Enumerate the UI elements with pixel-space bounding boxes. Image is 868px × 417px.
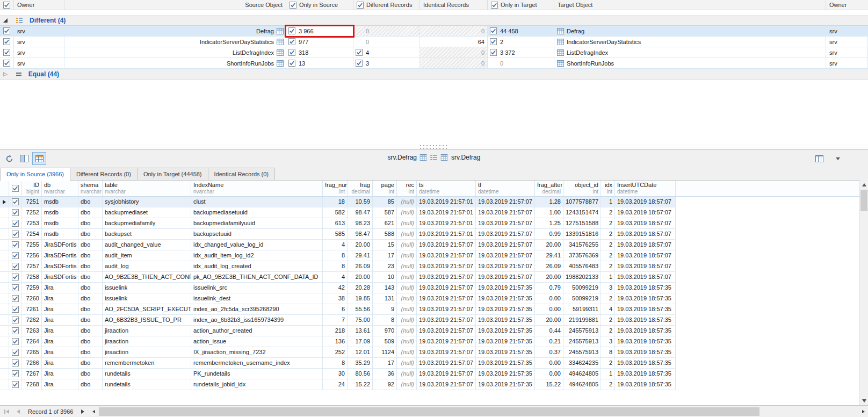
data-row[interactable]: 7257JiraSDFortisdboaudit_logidx_audit_lo…	[0, 261, 676, 272]
group-expander-icon[interactable]	[3, 18, 8, 23]
previous-record-button[interactable]	[14, 407, 23, 416]
row-checkbox[interactable]	[3, 27, 10, 34]
data-row[interactable]: 7259Jiradboissuelinkissuelink_src4220.28…	[0, 283, 676, 293]
row-checkbox[interactable]	[12, 241, 19, 248]
data-row[interactable]: 7252msdbdbobackupmediasetbackupmediasetu…	[0, 207, 676, 218]
column-header-shema[interactable]: shemanvarchar	[78, 181, 103, 196]
horizontal-scrollbar-thumb[interactable]	[99, 407, 760, 416]
column-header-page[interactable]: pageint	[373, 181, 397, 196]
comparison-row[interactable]: srvDefrag3 9660044 458Defragsrv	[0, 26, 868, 37]
only-in-source-cell-checkbox[interactable]	[288, 38, 295, 45]
data-row[interactable]: 7251msdbdbosysjobhistoryclust1810.5985(n…	[0, 197, 676, 207]
grid-view-icon[interactable]	[32, 152, 46, 165]
table-columns-icon[interactable]	[812, 152, 826, 165]
column-header-frag_num[interactable]: frag_numint	[323, 181, 348, 196]
tab-only-in-target[interactable]: Only in Target (44458)	[137, 168, 208, 181]
different-records-header-checkbox[interactable]	[357, 2, 364, 9]
owner-right-column-header[interactable]: Owner	[826, 0, 868, 10]
scroll-right-arrow[interactable]	[859, 406, 868, 417]
row-checkbox[interactable]	[12, 295, 19, 302]
different-records-column-header[interactable]: Different Records	[353, 0, 420, 10]
data-row[interactable]: 7264Jiradbojiraactionaction_issue13617.0…	[0, 336, 676, 347]
scroll-down-arrow[interactable]	[860, 396, 868, 405]
column-header-id[interactable]: IDbigint	[21, 181, 42, 196]
dropdown-arrow-icon[interactable]	[833, 152, 843, 165]
row-checkbox[interactable]	[3, 38, 10, 45]
row-checkbox[interactable]	[12, 263, 19, 270]
only-in-target-cell-checkbox[interactable]	[490, 27, 497, 34]
only-in-source-column-header[interactable]: Only in Source	[286, 0, 353, 10]
column-header-insertutcdate[interactable]: InsertUTCDatedatetime	[615, 181, 676, 196]
only-in-target-header-checkbox[interactable]	[491, 2, 498, 9]
vertical-scrollbar-thumb[interactable]	[860, 190, 867, 211]
row-checkbox[interactable]	[12, 317, 19, 323]
row-checkbox[interactable]	[12, 360, 19, 366]
data-row[interactable]: 7255JiraSDFortisdboaudit_changed_valueid…	[0, 240, 676, 250]
data-row[interactable]: 7267JiradborundetailsPK_rundetails3080.5…	[0, 369, 676, 379]
only-in-target-column-header[interactable]: Only in Target	[488, 0, 554, 10]
data-row[interactable]: 7254msdbdbobackupsetbackupsetuuid58598.4…	[0, 229, 676, 240]
select-all-checkbox[interactable]	[3, 2, 10, 9]
only-in-target-cell-checkbox[interactable]	[490, 38, 497, 45]
column-header-indexname[interactable]: IndexNamenvarchar	[191, 181, 323, 196]
row-checkbox[interactable]	[12, 370, 19, 377]
data-row[interactable]: 7262JiradboAO_6B32B3_ISSUE_TO_PRindex_ao…	[0, 315, 676, 326]
group-row-different[interactable]: Different (4)	[0, 15, 868, 26]
vertical-scrollbar[interactable]	[859, 180, 868, 405]
horizontal-splitter[interactable]	[0, 144, 868, 149]
refresh-icon[interactable]	[2, 152, 16, 165]
split-view-icon[interactable]	[17, 152, 31, 165]
only-in-source-cell-checkbox[interactable]	[288, 27, 295, 34]
column-header-idx[interactable]: idxint	[601, 181, 615, 196]
column-header-frag[interactable]: fragdecimal	[348, 181, 373, 196]
comparison-row[interactable]: srvListDefragIndex318403 372ListDefragIn…	[0, 47, 868, 58]
column-header-db[interactable]: dbnvarchar	[42, 181, 78, 196]
row-checkbox[interactable]	[3, 49, 10, 56]
row-checkbox[interactable]	[12, 338, 19, 345]
row-checkbox[interactable]	[12, 220, 19, 227]
row-checkbox[interactable]	[12, 349, 19, 356]
only-in-source-header-checkbox[interactable]	[290, 2, 296, 9]
group-expander-icon[interactable]: ▷	[3, 71, 8, 77]
row-checkbox[interactable]	[12, 209, 19, 216]
row-checkbox[interactable]	[12, 327, 19, 334]
column-header-object_id[interactable]: object_idint	[563, 181, 601, 196]
comparison-row[interactable]: srvShortInfoRunJobs13300ShortInfoRunJobs…	[0, 58, 868, 69]
row-checkbox[interactable]	[12, 252, 19, 259]
data-row[interactable]: 7260Jiradboissuelinkissuelink_dest3819.8…	[0, 293, 676, 304]
data-row[interactable]: 7263Jiradbojiraactionaction_author_creat…	[0, 326, 676, 336]
row-checkbox[interactable]	[12, 274, 19, 281]
data-row[interactable]: 7256JiraSDFortisdboaudit_itemidx_audit_i…	[0, 250, 676, 261]
owner-column-header[interactable]: Owner	[14, 0, 64, 10]
different-records-cell-checkbox[interactable]	[356, 60, 363, 67]
group-row-equal[interactable]: ▷Equal (44)	[0, 69, 868, 80]
data-row[interactable]: 7261JiradboAO_2FC5DA_SCRIPT_EXECUTIONind…	[0, 304, 676, 315]
only-in-source-cell-checkbox[interactable]	[288, 60, 295, 67]
data-row[interactable]: 7268Jiradborundetailsrundetails_jobid_id…	[0, 379, 676, 390]
next-record-button[interactable]	[78, 407, 87, 416]
comparison-row[interactable]: srvIndicatorServerDayStatistics9770642In…	[0, 37, 868, 47]
tab-only-in-source[interactable]: Only in Source (3966)	[0, 168, 70, 181]
column-header-tf[interactable]: tfdatetime	[476, 181, 535, 196]
horizontal-scrollbar[interactable]	[89, 406, 868, 417]
tab-different-records[interactable]: Different Records (0)	[70, 168, 138, 181]
row-checkbox[interactable]	[12, 231, 19, 238]
column-header-frag_after[interactable]: frag_afterdecimal	[535, 181, 563, 196]
row-checkbox[interactable]	[3, 60, 10, 67]
data-row[interactable]: 7258JiraSDFortisdboAO_9B2E3B_THEN_ACT_CO…	[0, 272, 676, 283]
select-all-header[interactable]	[9, 181, 21, 196]
row-checkbox[interactable]	[12, 198, 19, 205]
tab-identical-records[interactable]: Identical Records (0)	[208, 168, 276, 181]
only-in-target-cell-checkbox[interactable]	[490, 49, 497, 56]
column-header-ts[interactable]: tsdatetime	[417, 181, 476, 196]
scroll-up-arrow[interactable]	[860, 180, 868, 189]
scroll-left-arrow[interactable]	[89, 406, 98, 417]
source-object-column-header[interactable]: Source Object	[64, 0, 286, 10]
different-records-cell-checkbox[interactable]	[356, 49, 363, 56]
target-object-column-header[interactable]: Target Object	[554, 0, 826, 10]
row-checkbox[interactable]	[12, 284, 19, 291]
row-checkbox[interactable]	[12, 306, 19, 313]
data-row[interactable]: 7265JiradbojiraactionIX_jiraaction_missi…	[0, 347, 676, 358]
select-all-checkbox[interactable]	[12, 185, 19, 192]
data-row[interactable]: 7266Jiradboremembermetokenremembermetoke…	[0, 358, 676, 369]
